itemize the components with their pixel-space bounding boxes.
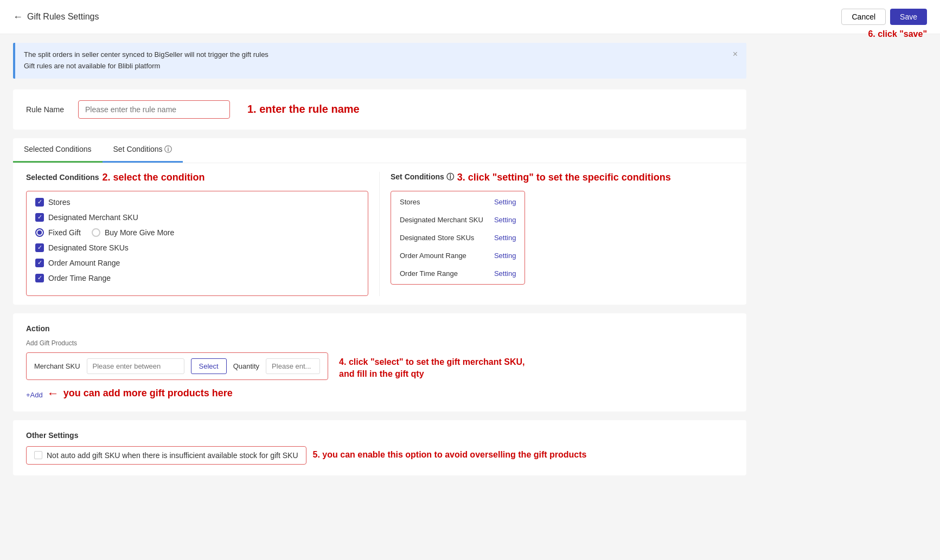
amount-setting-link[interactable]: Setting (494, 252, 516, 260)
set-merchant-sku-label: Designated Merchant SKU (400, 216, 483, 224)
store-skus-checkbox[interactable] (35, 243, 44, 252)
stores-checkbox[interactable] (35, 198, 44, 207)
setting-annotation: 3. click "setting" to set the specific c… (457, 172, 671, 183)
gift-product-row: Merchant SKU Select Quantity (26, 352, 328, 380)
page-title: Gift Rules Settings (27, 12, 99, 22)
add-more-link[interactable]: +Add (26, 391, 43, 399)
merchant-sku-checkbox[interactable] (35, 213, 44, 222)
stores-label: Stores (48, 198, 70, 207)
condition-merchant-sku: Designated Merchant SKU (35, 213, 359, 222)
arrow-icon: ← (47, 387, 59, 401)
header: ← Gift Rules Settings Cancel Save 6. cli… (0, 0, 940, 34)
stores-setting-link[interactable]: Setting (494, 198, 516, 206)
option-checkbox[interactable] (34, 451, 42, 459)
selected-conditions-title: Selected Conditions 2. select the condit… (26, 172, 368, 183)
add-row: +Add ← you can add more gift products he… (26, 387, 733, 401)
banner-line2: Gift rules are not available for Blibli … (24, 61, 268, 72)
select-button[interactable]: Select (191, 358, 227, 374)
merchant-sku-label: Designated Merchant SKU (48, 213, 138, 222)
time-range-label: Order Time Range (48, 274, 111, 282)
set-conditions-box: Stores Setting Designated Merchant SKU S… (391, 191, 525, 285)
save-annotation: 6. click "save" (868, 29, 927, 39)
quantity-input[interactable] (266, 358, 320, 374)
conditions-section: Selected Conditions Set Conditions ⓘ Sel… (13, 138, 746, 305)
condition-amount-range: Order Amount Range (35, 259, 359, 267)
store-skus-setting-link[interactable]: Setting (494, 234, 516, 242)
rule-name-section: Rule Name 1. enter the rule name (13, 89, 746, 130)
amount-range-checkbox[interactable] (35, 259, 44, 267)
header-actions: Cancel Save 6. click "save" (841, 9, 927, 25)
set-stores-label: Stores (400, 198, 420, 206)
action-title: Action (26, 324, 733, 333)
set-stores-row: Stores Setting (400, 198, 516, 206)
option-label: Not auto add gift SKU when there is insu… (47, 451, 298, 460)
tab-selected-conditions[interactable]: Selected Conditions (13, 138, 103, 163)
info-banner: The split orders in seller center synced… (13, 43, 746, 79)
fixed-gift-label: Fixed Gift (48, 228, 81, 237)
conditions-left: Selected Conditions 2. select the condit… (26, 172, 380, 296)
rule-name-input[interactable] (78, 100, 230, 119)
condition-stores: Stores (35, 198, 359, 207)
set-store-skus-row: Designated Store SKUs Setting (400, 234, 516, 242)
tab-set-conditions[interactable]: Set Conditions ⓘ (103, 138, 183, 163)
set-conditions-title: Set Conditions ⓘ 3. click "setting" to s… (391, 172, 733, 183)
buy-more-label: Buy More Give More (105, 228, 174, 237)
action-section: Action Add Gift Products Merchant SKU Se… (13, 313, 746, 411)
back-button[interactable]: ← (13, 11, 23, 23)
store-skus-label: Designated Store SKUs (48, 243, 129, 252)
tabs-header: Selected Conditions Set Conditions ⓘ (13, 138, 746, 163)
add-gift-label: Add Gift Products (26, 339, 733, 347)
gift-product-row-wrap: Merchant SKU Select Quantity 4. click "s… (26, 352, 733, 384)
banner-close-button[interactable]: × (733, 49, 738, 59)
header-left: ← Gift Rules Settings (13, 11, 99, 23)
option-box: Not auto add gift SKU when there is insu… (26, 446, 306, 465)
other-settings-title: Other Settings (26, 431, 733, 440)
set-merchant-sku-row: Designated Merchant SKU Setting (400, 216, 516, 224)
other-settings-section: Other Settings Not auto add gift SKU whe… (13, 420, 746, 475)
set-amount-row: Order Amount Range Setting (400, 252, 516, 260)
merchant-sku-setting-link[interactable]: Setting (494, 216, 516, 224)
set-amount-label: Order Amount Range (400, 252, 466, 260)
fixed-gift-radio[interactable] (35, 228, 44, 237)
option-row-wrap: Not auto add gift SKU when there is insu… (26, 446, 733, 465)
time-setting-link[interactable]: Setting (494, 269, 516, 278)
banner-text: The split orders in seller center synced… (24, 49, 268, 72)
rule-name-label: Rule Name (26, 105, 69, 114)
condition-annotation: 2. select the condition (103, 172, 205, 183)
sku-input[interactable] (87, 358, 184, 374)
condition-store-skus: Designated Store SKUs (35, 243, 359, 252)
quantity-label: Quantity (233, 362, 259, 370)
action-annotation: 4. click "select" to set the gift mercha… (339, 356, 525, 381)
condition-time-range: Order Time Range (35, 274, 359, 282)
selected-conditions-box: Stores Designated Merchant SKU Fixed Gif… (26, 191, 368, 296)
time-range-checkbox[interactable] (35, 274, 44, 282)
buy-more-radio[interactable] (92, 228, 100, 237)
set-time-label: Order Time Range (400, 269, 458, 278)
add-annotation: you can add more gift products here (63, 388, 233, 399)
conditions-right: Set Conditions ⓘ 3. click "setting" to s… (380, 172, 733, 296)
amount-range-label: Order Amount Range (48, 259, 120, 267)
save-button[interactable]: Save (890, 9, 927, 25)
banner-line1: The split orders in seller center synced… (24, 49, 268, 61)
condition-gift-type: Fixed Gift Buy More Give More (35, 228, 359, 237)
conditions-grid: Selected Conditions 2. select the condit… (13, 163, 746, 305)
set-store-skus-label: Designated Store SKUs (400, 234, 474, 242)
rule-name-annotation: 1. enter the rule name (247, 103, 360, 115)
option-annotation: 5. you can enable this option to avoid o… (313, 449, 587, 461)
cancel-button[interactable]: Cancel (841, 9, 886, 25)
set-time-row: Order Time Range Setting (400, 269, 516, 278)
merchant-sku-field-label: Merchant SKU (34, 362, 80, 370)
